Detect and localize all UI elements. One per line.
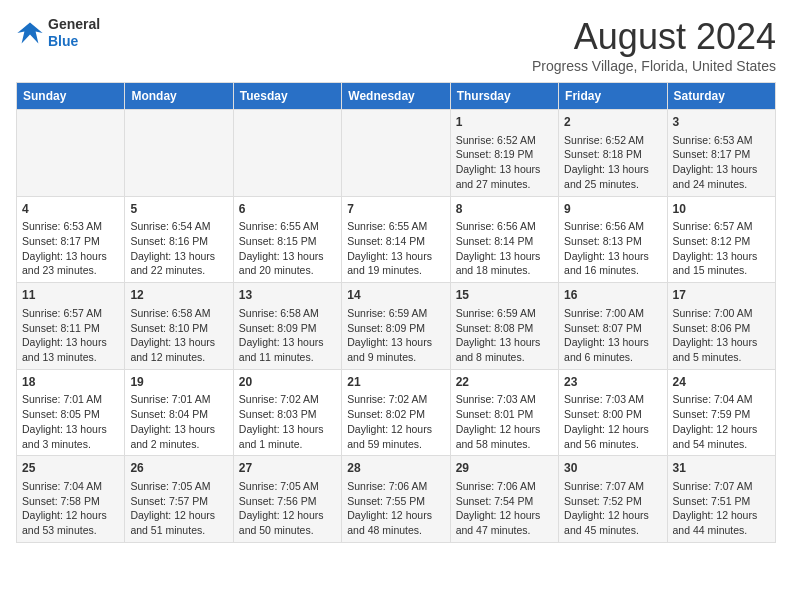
day-info: Sunrise: 7:02 AM Sunset: 8:03 PM Dayligh… — [239, 392, 336, 451]
day-info: Sunrise: 6:57 AM Sunset: 8:12 PM Dayligh… — [673, 219, 770, 278]
day-cell — [233, 110, 341, 197]
week-row-4: 18Sunrise: 7:01 AM Sunset: 8:05 PM Dayli… — [17, 369, 776, 456]
day-info: Sunrise: 7:00 AM Sunset: 8:06 PM Dayligh… — [673, 306, 770, 365]
day-info: Sunrise: 7:07 AM Sunset: 7:51 PM Dayligh… — [673, 479, 770, 538]
day-info: Sunrise: 6:57 AM Sunset: 8:11 PM Dayligh… — [22, 306, 119, 365]
day-info: Sunrise: 6:54 AM Sunset: 8:16 PM Dayligh… — [130, 219, 227, 278]
week-row-2: 4Sunrise: 6:53 AM Sunset: 8:17 PM Daylig… — [17, 196, 776, 283]
day-cell: 5Sunrise: 6:54 AM Sunset: 8:16 PM Daylig… — [125, 196, 233, 283]
day-cell: 12Sunrise: 6:58 AM Sunset: 8:10 PM Dayli… — [125, 283, 233, 370]
day-info: Sunrise: 6:55 AM Sunset: 8:15 PM Dayligh… — [239, 219, 336, 278]
day-number: 20 — [239, 374, 336, 391]
day-info: Sunrise: 6:53 AM Sunset: 8:17 PM Dayligh… — [673, 133, 770, 192]
col-header-wednesday: Wednesday — [342, 83, 450, 110]
day-cell — [17, 110, 125, 197]
day-number: 4 — [22, 201, 119, 218]
day-number: 27 — [239, 460, 336, 477]
day-cell: 17Sunrise: 7:00 AM Sunset: 8:06 PM Dayli… — [667, 283, 775, 370]
day-cell: 22Sunrise: 7:03 AM Sunset: 8:01 PM Dayli… — [450, 369, 558, 456]
day-number: 7 — [347, 201, 444, 218]
day-cell: 8Sunrise: 6:56 AM Sunset: 8:14 PM Daylig… — [450, 196, 558, 283]
day-cell: 23Sunrise: 7:03 AM Sunset: 8:00 PM Dayli… — [559, 369, 667, 456]
day-info: Sunrise: 7:06 AM Sunset: 7:54 PM Dayligh… — [456, 479, 553, 538]
logo-bird-icon — [16, 19, 44, 47]
day-number: 6 — [239, 201, 336, 218]
day-number: 25 — [22, 460, 119, 477]
day-cell: 10Sunrise: 6:57 AM Sunset: 8:12 PM Dayli… — [667, 196, 775, 283]
day-info: Sunrise: 7:05 AM Sunset: 7:57 PM Dayligh… — [130, 479, 227, 538]
day-cell: 24Sunrise: 7:04 AM Sunset: 7:59 PM Dayli… — [667, 369, 775, 456]
day-cell: 31Sunrise: 7:07 AM Sunset: 7:51 PM Dayli… — [667, 456, 775, 543]
day-number: 14 — [347, 287, 444, 304]
day-number: 21 — [347, 374, 444, 391]
day-number: 26 — [130, 460, 227, 477]
day-number: 16 — [564, 287, 661, 304]
day-cell: 25Sunrise: 7:04 AM Sunset: 7:58 PM Dayli… — [17, 456, 125, 543]
day-number: 1 — [456, 114, 553, 131]
day-number: 12 — [130, 287, 227, 304]
day-number: 3 — [673, 114, 770, 131]
location-subtitle: Progress Village, Florida, United States — [532, 58, 776, 74]
day-info: Sunrise: 7:00 AM Sunset: 8:07 PM Dayligh… — [564, 306, 661, 365]
day-cell: 4Sunrise: 6:53 AM Sunset: 8:17 PM Daylig… — [17, 196, 125, 283]
day-number: 18 — [22, 374, 119, 391]
logo: General Blue — [16, 16, 100, 50]
day-info: Sunrise: 7:05 AM Sunset: 7:56 PM Dayligh… — [239, 479, 336, 538]
day-info: Sunrise: 7:03 AM Sunset: 8:01 PM Dayligh… — [456, 392, 553, 451]
day-cell: 19Sunrise: 7:01 AM Sunset: 8:04 PM Dayli… — [125, 369, 233, 456]
month-year-title: August 2024 — [532, 16, 776, 58]
day-info: Sunrise: 6:55 AM Sunset: 8:14 PM Dayligh… — [347, 219, 444, 278]
day-cell: 20Sunrise: 7:02 AM Sunset: 8:03 PM Dayli… — [233, 369, 341, 456]
day-info: Sunrise: 6:59 AM Sunset: 8:08 PM Dayligh… — [456, 306, 553, 365]
day-info: Sunrise: 6:59 AM Sunset: 8:09 PM Dayligh… — [347, 306, 444, 365]
calendar-header-row: SundayMondayTuesdayWednesdayThursdayFrid… — [17, 83, 776, 110]
svg-marker-0 — [17, 22, 42, 43]
day-info: Sunrise: 6:53 AM Sunset: 8:17 PM Dayligh… — [22, 219, 119, 278]
day-info: Sunrise: 7:06 AM Sunset: 7:55 PM Dayligh… — [347, 479, 444, 538]
col-header-friday: Friday — [559, 83, 667, 110]
day-cell: 27Sunrise: 7:05 AM Sunset: 7:56 PM Dayli… — [233, 456, 341, 543]
day-info: Sunrise: 7:07 AM Sunset: 7:52 PM Dayligh… — [564, 479, 661, 538]
day-cell: 16Sunrise: 7:00 AM Sunset: 8:07 PM Dayli… — [559, 283, 667, 370]
day-info: Sunrise: 7:02 AM Sunset: 8:02 PM Dayligh… — [347, 392, 444, 451]
day-cell: 13Sunrise: 6:58 AM Sunset: 8:09 PM Dayli… — [233, 283, 341, 370]
day-info: Sunrise: 7:01 AM Sunset: 8:05 PM Dayligh… — [22, 392, 119, 451]
day-cell: 3Sunrise: 6:53 AM Sunset: 8:17 PM Daylig… — [667, 110, 775, 197]
calendar-table: SundayMondayTuesdayWednesdayThursdayFrid… — [16, 82, 776, 543]
day-cell: 21Sunrise: 7:02 AM Sunset: 8:02 PM Dayli… — [342, 369, 450, 456]
day-info: Sunrise: 7:03 AM Sunset: 8:00 PM Dayligh… — [564, 392, 661, 451]
day-number: 22 — [456, 374, 553, 391]
day-info: Sunrise: 6:56 AM Sunset: 8:13 PM Dayligh… — [564, 219, 661, 278]
day-number: 10 — [673, 201, 770, 218]
day-number: 29 — [456, 460, 553, 477]
day-number: 23 — [564, 374, 661, 391]
day-cell: 15Sunrise: 6:59 AM Sunset: 8:08 PM Dayli… — [450, 283, 558, 370]
day-cell: 29Sunrise: 7:06 AM Sunset: 7:54 PM Dayli… — [450, 456, 558, 543]
day-cell: 26Sunrise: 7:05 AM Sunset: 7:57 PM Dayli… — [125, 456, 233, 543]
day-number: 31 — [673, 460, 770, 477]
day-number: 9 — [564, 201, 661, 218]
day-info: Sunrise: 6:56 AM Sunset: 8:14 PM Dayligh… — [456, 219, 553, 278]
col-header-monday: Monday — [125, 83, 233, 110]
day-cell: 11Sunrise: 6:57 AM Sunset: 8:11 PM Dayli… — [17, 283, 125, 370]
week-row-5: 25Sunrise: 7:04 AM Sunset: 7:58 PM Dayli… — [17, 456, 776, 543]
day-info: Sunrise: 7:04 AM Sunset: 7:58 PM Dayligh… — [22, 479, 119, 538]
day-cell — [125, 110, 233, 197]
day-number: 13 — [239, 287, 336, 304]
day-number: 5 — [130, 201, 227, 218]
day-info: Sunrise: 6:52 AM Sunset: 8:18 PM Dayligh… — [564, 133, 661, 192]
day-cell: 30Sunrise: 7:07 AM Sunset: 7:52 PM Dayli… — [559, 456, 667, 543]
day-info: Sunrise: 6:52 AM Sunset: 8:19 PM Dayligh… — [456, 133, 553, 192]
day-number: 17 — [673, 287, 770, 304]
day-number: 15 — [456, 287, 553, 304]
day-info: Sunrise: 6:58 AM Sunset: 8:10 PM Dayligh… — [130, 306, 227, 365]
day-cell: 14Sunrise: 6:59 AM Sunset: 8:09 PM Dayli… — [342, 283, 450, 370]
day-info: Sunrise: 6:58 AM Sunset: 8:09 PM Dayligh… — [239, 306, 336, 365]
day-cell: 7Sunrise: 6:55 AM Sunset: 8:14 PM Daylig… — [342, 196, 450, 283]
col-header-saturday: Saturday — [667, 83, 775, 110]
week-row-3: 11Sunrise: 6:57 AM Sunset: 8:11 PM Dayli… — [17, 283, 776, 370]
page-header: General Blue August 2024 Progress Villag… — [16, 16, 776, 74]
day-number: 24 — [673, 374, 770, 391]
day-cell: 6Sunrise: 6:55 AM Sunset: 8:15 PM Daylig… — [233, 196, 341, 283]
day-cell — [342, 110, 450, 197]
